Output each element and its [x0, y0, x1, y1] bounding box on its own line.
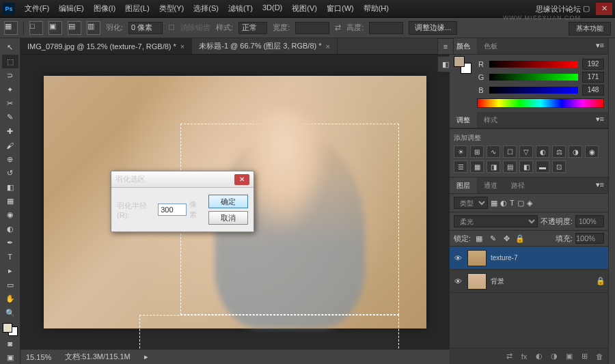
link-layers-icon[interactable]: ⇄: [503, 350, 515, 363]
menu-select[interactable]: 选择(S): [189, 1, 223, 16]
close-tab-icon[interactable]: ×: [326, 42, 330, 51]
style-select[interactable]: 正常: [238, 22, 267, 34]
r-slider[interactable]: [489, 61, 578, 68]
foreground-background-swatch[interactable]: [454, 56, 472, 74]
blur-tool-icon[interactable]: ◉: [2, 208, 18, 221]
layer-row[interactable]: 👁 texture-7: [450, 247, 608, 270]
radius-input[interactable]: [158, 204, 187, 216]
heal-tool-icon[interactable]: ✚: [2, 125, 18, 138]
swap-icon[interactable]: ⇄: [335, 23, 341, 32]
channelmixer-adj-icon[interactable]: ☰: [454, 160, 467, 173]
posterize-adj-icon[interactable]: ▤: [503, 160, 517, 173]
panel-menu-icon[interactable]: ▾≡: [592, 112, 608, 128]
menu-file[interactable]: 文件(F): [20, 1, 53, 16]
ok-button[interactable]: 确定: [208, 195, 248, 208]
filter-shape-icon[interactable]: ▢: [517, 199, 524, 208]
panel-menu-icon[interactable]: ▾≡: [592, 38, 608, 54]
doc-tab-1[interactable]: IMG_0789.jpg @ 15.2% (texture-7, RGB/8) …: [20, 38, 192, 54]
layer-mask-icon[interactable]: ◐: [533, 350, 545, 363]
blend-mode-select[interactable]: 柔光: [454, 215, 538, 227]
levels-adj-icon[interactable]: ⊞: [470, 145, 484, 158]
screenmode-icon[interactable]: ▣: [2, 351, 18, 364]
layer-filter-select[interactable]: 类型: [454, 197, 488, 209]
fill-input[interactable]: [575, 233, 604, 244]
marquee-tool-icon[interactable]: ⬚: [2, 55, 18, 68]
menu-view[interactable]: 视图(V): [288, 1, 321, 16]
new-group-icon[interactable]: ▣: [563, 350, 575, 363]
marquee-mode-new-icon[interactable]: □: [29, 21, 43, 35]
adjustments-tab[interactable]: 调整: [450, 112, 477, 128]
r-value[interactable]: 192: [582, 59, 604, 70]
visibility-icon[interactable]: 👁: [452, 254, 463, 262]
menu-filter[interactable]: 滤镜(T): [224, 1, 257, 16]
menu-edit[interactable]: 编辑(E): [55, 1, 88, 16]
filter-pixel-icon[interactable]: ▦: [491, 199, 497, 208]
close-icon[interactable]: ✕: [596, 3, 612, 15]
vibrance-adj-icon[interactable]: ▽: [519, 145, 533, 158]
path-select-tool-icon[interactable]: ▸: [2, 264, 18, 277]
wand-tool-icon[interactable]: ✦: [2, 83, 18, 96]
channels-tab[interactable]: 通道: [477, 178, 504, 193]
type-tool-icon[interactable]: T: [2, 251, 18, 264]
paths-tab[interactable]: 路径: [504, 178, 532, 193]
visibility-icon[interactable]: 👁: [452, 277, 463, 285]
pen-tool-icon[interactable]: ✒: [2, 236, 18, 249]
colorbalance-adj-icon[interactable]: ⚖: [552, 145, 566, 158]
workspace-switcher[interactable]: 基本功能: [569, 22, 611, 36]
panel-menu-icon[interactable]: ▾≡: [592, 178, 608, 193]
move-tool-icon[interactable]: ↖: [2, 41, 18, 54]
zoom-level[interactable]: 15.15%: [26, 353, 51, 361]
marquee-mode-int-icon[interactable]: ▥: [87, 21, 100, 35]
layer-name[interactable]: texture-7: [491, 254, 605, 262]
dialog-title-bar[interactable]: 羽化选区 ✕: [111, 171, 254, 188]
eraser-tool-icon[interactable]: ◧: [2, 180, 18, 193]
spectrum-ramp[interactable]: [477, 98, 604, 108]
layer-name[interactable]: 背景: [491, 277, 592, 286]
layer-row[interactable]: 👁 背景 🔒: [450, 270, 608, 293]
threshold-adj-icon[interactable]: ◧: [519, 160, 533, 173]
filter-smart-icon[interactable]: ◈: [527, 199, 532, 208]
stamp-tool-icon[interactable]: ⊕: [2, 153, 18, 166]
hue-adj-icon[interactable]: ◐: [536, 145, 549, 158]
brightness-adj-icon[interactable]: ☀: [454, 145, 467, 158]
lasso-tool-icon[interactable]: ⊃: [2, 69, 18, 82]
menu-window[interactable]: 窗口(W): [323, 1, 358, 16]
gradientmap-adj-icon[interactable]: ▬: [536, 160, 549, 173]
lock-all-icon[interactable]: 🔒: [515, 233, 525, 244]
crop-tool-icon[interactable]: ✂: [2, 97, 18, 110]
swatches-tab[interactable]: 色板: [477, 38, 504, 54]
colorlookup-adj-icon[interactable]: ▦: [470, 160, 484, 173]
selectivecolor-adj-icon[interactable]: ⊡: [552, 160, 566, 173]
refine-edge-button[interactable]: 调整边缘...: [409, 21, 457, 35]
hand-tool-icon[interactable]: ✋: [2, 292, 18, 305]
height-input[interactable]: [369, 22, 403, 34]
menu-layer[interactable]: 图层(L): [121, 1, 153, 16]
menu-3d[interactable]: 3D(D): [258, 1, 286, 16]
color-swatch[interactable]: [3, 323, 18, 336]
doc-tab-2[interactable]: 未标题-1 @ 66.7% (图层 3, RGB/8) *×: [192, 38, 338, 54]
marquee-mode-add-icon[interactable]: ▣: [49, 21, 62, 35]
filter-adj-icon[interactable]: ◐: [500, 199, 507, 208]
dialog-close-icon[interactable]: ✕: [234, 174, 249, 185]
filter-type-icon[interactable]: T: [510, 199, 515, 207]
g-slider[interactable]: [489, 74, 578, 81]
lock-pixels-icon[interactable]: ✎: [487, 233, 498, 244]
new-layer-icon[interactable]: ⊞: [578, 350, 590, 363]
gradient-tool-icon[interactable]: ▦: [2, 195, 18, 208]
exposure-adj-icon[interactable]: ☐: [503, 145, 517, 158]
quickmask-icon[interactable]: ◙: [2, 337, 18, 350]
layers-tab[interactable]: 图层: [450, 178, 477, 193]
history-panel-icon[interactable]: ≡: [437, 38, 454, 55]
menu-type[interactable]: 类型(Y): [155, 1, 189, 16]
layer-thumb[interactable]: [467, 273, 487, 290]
close-tab-icon[interactable]: ×: [180, 42, 184, 51]
photofilter-adj-icon[interactable]: ◉: [585, 145, 599, 158]
lock-position-icon[interactable]: ✥: [501, 233, 512, 244]
lock-transparent-icon[interactable]: ▦: [474, 233, 484, 244]
bw-adj-icon[interactable]: ◑: [569, 145, 582, 158]
history-brush-tool-icon[interactable]: ↺: [2, 167, 18, 180]
menu-image[interactable]: 图像(I): [90, 1, 120, 16]
dodge-tool-icon[interactable]: ◐: [2, 223, 18, 236]
g-value[interactable]: 171: [582, 72, 604, 83]
delete-layer-icon[interactable]: 🗑: [593, 350, 605, 363]
